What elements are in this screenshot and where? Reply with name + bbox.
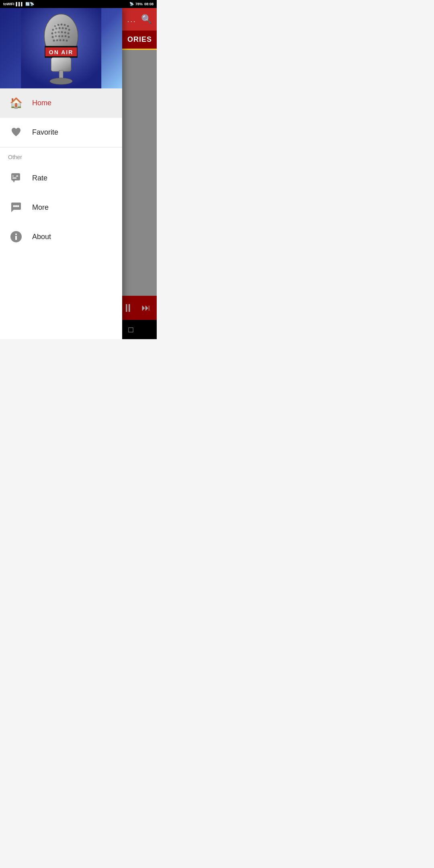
svg-point-23 [65,35,67,37]
svg-rect-31 [45,46,77,47]
home-icon: 🏠 [10,97,23,109]
svg-rect-34 [51,57,71,72]
svg-point-28 [63,39,65,41]
heart-icon [10,127,22,138]
home-label: Home [32,99,51,107]
more-icon-container [8,199,24,215]
other-section-header: Other [0,147,122,164]
svg-point-13 [51,33,53,35]
heart-icon-container [8,124,24,140]
navigation-drawer: ON AIR 🏠 Home [0,8,122,339]
more-icon [10,201,23,214]
menu-item-home[interactable]: 🏠 Home [0,88,122,118]
rate-label: Rate [32,174,47,182]
menu-item-about[interactable]: About [0,222,122,252]
info-icon [10,230,23,243]
cast-icon: 📡 [129,2,134,6]
app-container: ... 🔍 ORIES ⏸ ⏭ ◁ ○ □ [0,8,157,339]
network-icons: 🔄📡 [25,2,34,6]
status-bar-left: toWIFI ▌▌▌ 🔄📡 [3,2,34,6]
svg-rect-48 [15,236,17,240]
svg-point-24 [68,36,70,38]
svg-point-17 [64,32,66,34]
svg-point-43 [13,205,15,207]
drawer-hero: ON AIR [0,8,122,88]
about-label: About [32,233,51,241]
status-bar-right: 📡 78% 08:08 [129,2,154,6]
svg-point-22 [61,35,63,37]
wifi-label: toWIFI [3,2,14,6]
menu-item-favorite[interactable]: Favorite [0,118,122,147]
svg-point-5 [64,24,66,26]
svg-point-36 [50,78,72,84]
svg-point-18 [68,33,70,35]
svg-point-6 [67,25,69,27]
svg-point-29 [66,40,68,42]
svg-point-25 [53,40,55,42]
microphone-illustration: ON AIR [0,8,122,88]
pause-button[interactable]: ⏸ [122,301,133,315]
clock: 08:08 [144,2,154,6]
header-more-icon[interactable]: ... [127,15,136,24]
svg-marker-39 [12,180,15,182]
svg-point-44 [15,205,17,207]
svg-point-47 [15,233,17,235]
svg-point-16 [61,31,63,33]
more-label: More [32,203,49,212]
menu-item-rate[interactable]: Rate [0,164,122,193]
menu-item-more[interactable]: More [0,193,122,222]
svg-point-4 [61,24,63,26]
svg-point-11 [65,28,67,30]
svg-text:ON AIR: ON AIR [49,49,73,55]
svg-point-45 [17,205,19,207]
status-bar: toWIFI ▌▌▌ 🔄📡 📡 78% 08:08 [0,0,157,8]
favorite-label: Favorite [32,128,58,137]
next-button[interactable]: ⏭ [141,303,150,313]
categories-label: ORIES [127,35,152,44]
signal-bars: ▌▌▌ [16,2,24,6]
svg-point-10 [62,27,64,29]
recent-button[interactable]: □ [128,325,133,334]
about-icon-container [8,229,24,245]
drawer-menu: 🏠 Home Favorite Other [0,88,122,339]
battery-level: 78% [135,2,143,6]
svg-point-12 [68,29,70,31]
svg-point-37 [53,24,59,40]
search-icon[interactable]: 🔍 [141,14,152,25]
home-icon-container: 🏠 [8,95,24,111]
svg-point-27 [59,39,61,41]
rate-icon-container [8,170,24,186]
svg-point-19 [52,36,54,38]
rate-icon [10,172,22,184]
